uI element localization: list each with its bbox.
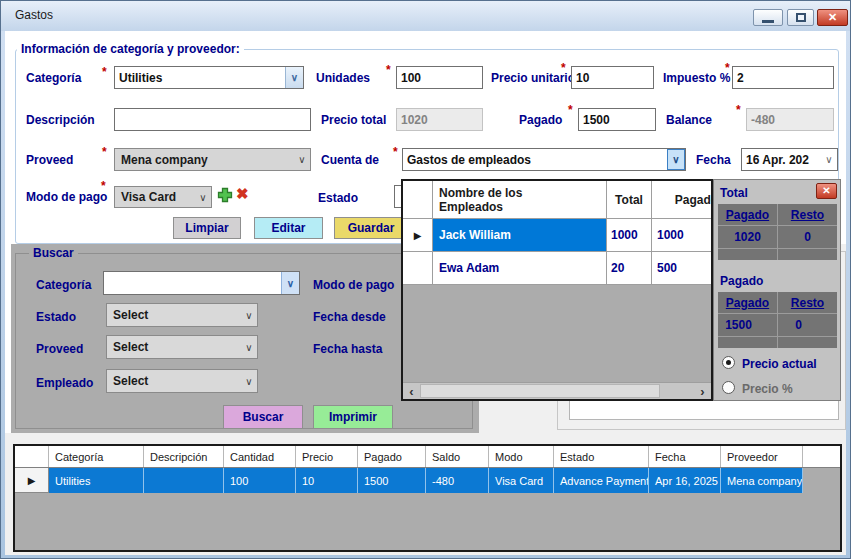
precio-pct-label: Precio %	[742, 382, 793, 396]
buscar-proveed-combobox[interactable]: Select ∨	[106, 335, 258, 359]
results-cell-proveedor[interactable]: Mena company	[721, 468, 803, 493]
precio-unitario-required-mark: *	[561, 61, 566, 75]
chevron-down-icon: ∨	[241, 310, 257, 321]
results-cell-cantidad[interactable]: 100	[224, 468, 296, 493]
balance-input: -480	[746, 108, 834, 131]
employee-row-name[interactable]: Ewa Adam	[433, 252, 607, 285]
precio-total-input: 1020	[396, 108, 483, 131]
imprimir-button[interactable]: Imprimir	[313, 405, 393, 429]
guardar-button[interactable]: Guardar	[334, 217, 408, 239]
employee-grid-header-total[interactable]: Total	[607, 181, 652, 219]
scroll-right-icon[interactable]: ›	[694, 383, 711, 399]
proveed-value: Mena company	[115, 153, 294, 167]
proveed-label: Proveed	[26, 153, 73, 167]
results-cell-descripcion[interactable]	[144, 468, 224, 493]
minimize-icon	[762, 20, 774, 23]
buscar-empleado-label: Empleado	[36, 376, 93, 390]
results-grid[interactable]: Categoría Descripción Cantidad Precio Pa…	[13, 444, 842, 552]
employee-row-total[interactable]: 20	[607, 252, 652, 285]
employee-row-total[interactable]: 1000	[607, 219, 652, 252]
close-button[interactable]: ✕	[817, 9, 848, 26]
categoria-combobox[interactable]: Utilities ∨	[114, 66, 304, 89]
buscar-categoria-value	[104, 272, 281, 294]
employee-row-name[interactable]: Jack William	[433, 219, 607, 252]
delete-payment-mode-icon[interactable]: ✖	[236, 185, 249, 203]
precio-total-label: Precio total	[321, 113, 386, 127]
limpiar-button[interactable]: Limpiar	[173, 217, 241, 239]
results-cell-categoria[interactable]: Utilities	[49, 468, 144, 493]
scrollbar-thumb[interactable]	[420, 384, 660, 398]
modo-de-pago-value: Visa Card	[115, 190, 195, 204]
titlebar[interactable]: Gastos	[1, 1, 850, 31]
unidades-input[interactable]: 100	[396, 66, 483, 89]
restore-icon	[796, 13, 806, 22]
chevron-down-icon[interactable]: ∨	[667, 149, 685, 170]
chevron-down-icon[interactable]: ∨	[285, 67, 303, 88]
results-cell-precio[interactable]: 10	[296, 468, 358, 493]
chevron-down-icon[interactable]: ∨	[821, 149, 837, 170]
results-cell-modo[interactable]: Visa Card	[489, 468, 554, 493]
results-grid-row[interactable]: ▶ Utilities 100 10 1500 -480 Visa Card A…	[15, 468, 840, 493]
employee-grid-header-pagado[interactable]: Pagado	[652, 181, 713, 219]
editar-button[interactable]: Editar	[254, 217, 323, 239]
buscar-empleado-combobox[interactable]: Select ∨	[106, 369, 258, 393]
balance-required-mark: *	[736, 103, 741, 117]
chevron-down-icon[interactable]: ∨	[281, 272, 299, 294]
total-pagado-value: 1020	[718, 226, 777, 247]
restore-button[interactable]	[787, 9, 814, 26]
modo-de-pago-combobox[interactable]: Visa Card ∨	[114, 186, 212, 208]
results-header-saldo[interactable]: Saldo	[426, 446, 489, 467]
employee-grid-header-nombre[interactable]: Nombre de los Empleados	[433, 181, 607, 219]
results-header-descripcion[interactable]: Descripción	[144, 446, 224, 467]
results-grid-header: Categoría Descripción Cantidad Precio Pa…	[15, 446, 840, 468]
results-header-proveedor[interactable]: Proveedor	[721, 446, 803, 467]
impuesto-input[interactable]: 2	[732, 66, 834, 89]
employee-grid-hscrollbar[interactable]: ‹ ›	[403, 382, 711, 399]
results-header-modo[interactable]: Modo	[489, 446, 554, 467]
pagado-summary-table: Pagado Resto 1500 0	[718, 292, 837, 348]
add-payment-mode-icon[interactable]	[217, 187, 233, 203]
employee-payments-popup: Nombre de los Empleados Total Pagado ▶ J…	[401, 179, 713, 401]
descripcion-input[interactable]	[114, 108, 311, 131]
pagado-input[interactable]: 1500	[578, 108, 656, 131]
buscar-button[interactable]: Buscar	[223, 405, 303, 429]
proveed-combobox[interactable]: Mena company ∨	[114, 148, 311, 171]
chevron-down-icon: ∨	[241, 342, 257, 353]
close-icon: ✕	[828, 12, 837, 23]
results-header-precio[interactable]: Precio	[296, 446, 358, 467]
categoria-label: Categoría	[26, 71, 81, 85]
payment-summary-panel: ✕ Total Pagado Resto 1020 0 Pagado Pagad…	[713, 179, 841, 401]
precio-pct-radio[interactable]	[722, 381, 735, 394]
row-selector[interactable]	[403, 252, 433, 285]
minimize-button[interactable]	[753, 9, 783, 26]
cuenta-de-combobox[interactable]: Gastos de empleados ∨	[402, 148, 686, 171]
info-groupbox-legend: Información de categoría y proveedor:	[17, 42, 244, 56]
total-summary-table: Pagado Resto 1020 0	[718, 204, 837, 260]
employee-row-pagado[interactable]: 500	[652, 252, 713, 285]
unidades-label: Unidades	[316, 71, 370, 85]
total-resto-value: 0	[778, 226, 837, 247]
fecha-label: Fecha	[696, 153, 731, 167]
results-cell-pagado[interactable]: 1500	[358, 468, 426, 493]
results-cell-estado[interactable]: Advance Payment	[554, 468, 649, 493]
results-header-categoria[interactable]: Categoría	[49, 446, 144, 467]
precio-unitario-input[interactable]: 10	[571, 66, 654, 89]
employee-grid-header-selector	[403, 181, 433, 219]
buscar-estado-combobox[interactable]: Select ∨	[106, 303, 258, 327]
impuesto-required-mark: *	[725, 61, 730, 75]
precio-actual-radio[interactable]	[722, 356, 735, 369]
results-header-estado[interactable]: Estado	[554, 446, 649, 467]
row-selector-arrow-icon: ▶	[403, 219, 433, 252]
results-header-cantidad[interactable]: Cantidad	[224, 446, 296, 467]
buscar-categoria-combobox[interactable]: ∨	[103, 271, 300, 295]
results-cell-saldo[interactable]: -480	[426, 468, 489, 493]
panel-close-button[interactable]: ✕	[816, 183, 837, 199]
scroll-left-icon[interactable]: ‹	[403, 383, 420, 399]
total-pagado-header: Pagado	[718, 206, 777, 224]
results-header-pagado[interactable]: Pagado	[358, 446, 426, 467]
results-header-fecha[interactable]: Fecha	[649, 446, 721, 467]
estado-label: Estado	[318, 191, 358, 205]
results-cell-fecha[interactable]: Apr 16, 2025	[649, 468, 721, 493]
employee-row-pagado[interactable]: 1000	[652, 219, 713, 252]
fecha-datepicker[interactable]: 16 Apr. 202 ∨	[741, 148, 838, 171]
